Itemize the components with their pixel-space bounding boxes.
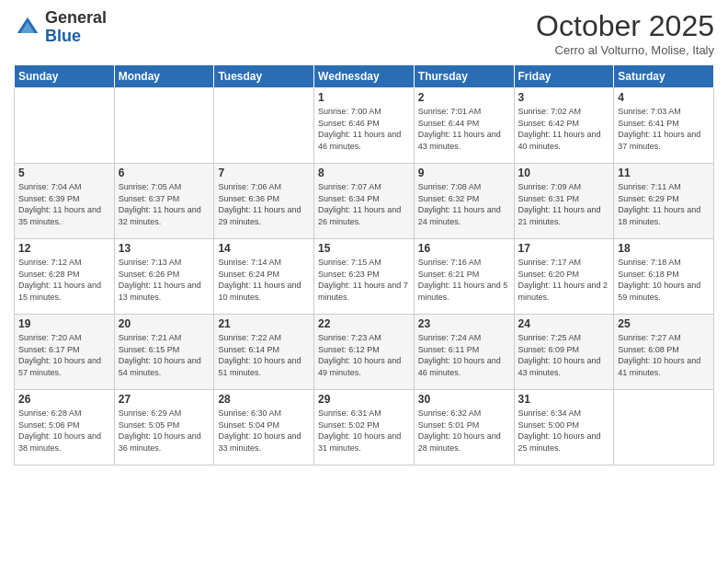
day-info: Sunrise: 7:21 AM Sunset: 6:15 PM Dayligh… <box>119 332 210 378</box>
day-info: Sunrise: 7:23 AM Sunset: 6:12 PM Dayligh… <box>318 332 410 378</box>
calendar-table: Sunday Monday Tuesday Wednesday Thursday… <box>14 64 714 465</box>
day-info: Sunrise: 7:27 AM Sunset: 6:08 PM Dayligh… <box>618 332 710 378</box>
day-number: 16 <box>418 242 510 255</box>
day-info: Sunrise: 7:25 AM Sunset: 6:09 PM Dayligh… <box>518 332 610 378</box>
col-saturday: Saturday <box>614 65 714 88</box>
table-row: 10Sunrise: 7:09 AM Sunset: 6:31 PM Dayli… <box>514 164 614 239</box>
day-number: 31 <box>518 393 610 406</box>
day-info: Sunrise: 7:11 AM Sunset: 6:29 PM Dayligh… <box>618 181 710 227</box>
day-info: Sunrise: 7:16 AM Sunset: 6:21 PM Dayligh… <box>418 257 510 303</box>
day-info: Sunrise: 7:02 AM Sunset: 6:42 PM Dayligh… <box>518 106 610 152</box>
table-row: 27Sunrise: 6:29 AM Sunset: 5:05 PM Dayli… <box>114 390 214 465</box>
week-row-3: 12Sunrise: 7:12 AM Sunset: 6:28 PM Dayli… <box>15 239 714 315</box>
table-row: 31Sunrise: 6:34 AM Sunset: 5:00 PM Dayli… <box>514 390 614 465</box>
logo-icon <box>14 14 41 41</box>
day-info: Sunrise: 6:30 AM Sunset: 5:04 PM Dayligh… <box>218 408 310 454</box>
day-info: Sunrise: 7:17 AM Sunset: 6:20 PM Dayligh… <box>518 257 610 303</box>
table-row <box>114 88 214 164</box>
table-row: 21Sunrise: 7:22 AM Sunset: 6:14 PM Dayli… <box>214 315 314 390</box>
day-info: Sunrise: 7:07 AM Sunset: 6:34 PM Dayligh… <box>318 181 410 227</box>
table-row: 17Sunrise: 7:17 AM Sunset: 6:20 PM Dayli… <box>514 239 614 315</box>
day-number: 9 <box>418 167 510 179</box>
day-number: 20 <box>119 317 210 330</box>
day-number: 22 <box>318 317 410 330</box>
table-row: 20Sunrise: 7:21 AM Sunset: 6:15 PM Dayli… <box>114 315 214 390</box>
day-number: 12 <box>18 242 110 255</box>
day-info: Sunrise: 7:05 AM Sunset: 6:37 PM Dayligh… <box>119 181 210 227</box>
table-row: 2Sunrise: 7:01 AM Sunset: 6:44 PM Daylig… <box>414 88 514 164</box>
day-number: 23 <box>418 317 510 330</box>
table-row: 8Sunrise: 7:07 AM Sunset: 6:34 PM Daylig… <box>314 164 415 239</box>
day-info: Sunrise: 7:12 AM Sunset: 6:28 PM Dayligh… <box>18 257 110 303</box>
month-title: October 2025 <box>536 9 714 43</box>
logo: General Blue <box>14 9 107 46</box>
table-row: 30Sunrise: 6:32 AM Sunset: 5:01 PM Dayli… <box>414 390 514 465</box>
day-info: Sunrise: 6:34 AM Sunset: 5:00 PM Dayligh… <box>518 408 610 454</box>
table-row: 11Sunrise: 7:11 AM Sunset: 6:29 PM Dayli… <box>614 164 714 239</box>
table-row <box>15 88 115 164</box>
table-row: 14Sunrise: 7:14 AM Sunset: 6:24 PM Dayli… <box>214 239 314 315</box>
day-info: Sunrise: 6:29 AM Sunset: 5:05 PM Dayligh… <box>119 408 210 454</box>
day-number: 7 <box>218 167 310 179</box>
table-row: 12Sunrise: 7:12 AM Sunset: 6:28 PM Dayli… <box>15 239 115 315</box>
day-number: 26 <box>18 393 110 406</box>
table-row: 24Sunrise: 7:25 AM Sunset: 6:09 PM Dayli… <box>514 315 614 390</box>
day-number: 4 <box>618 91 710 104</box>
day-number: 11 <box>618 167 710 179</box>
day-number: 1 <box>318 91 410 104</box>
day-number: 5 <box>18 167 110 179</box>
day-number: 10 <box>518 167 610 179</box>
day-number: 13 <box>119 242 210 255</box>
day-info: Sunrise: 7:01 AM Sunset: 6:44 PM Dayligh… <box>418 106 510 152</box>
table-row: 13Sunrise: 7:13 AM Sunset: 6:26 PM Dayli… <box>114 239 214 315</box>
day-info: Sunrise: 6:32 AM Sunset: 5:01 PM Dayligh… <box>418 408 510 454</box>
header: General Blue October 2025 Cerro al Voltu… <box>14 9 714 57</box>
week-row-1: 1Sunrise: 7:00 AM Sunset: 6:46 PM Daylig… <box>15 88 714 164</box>
day-number: 29 <box>318 393 410 406</box>
day-info: Sunrise: 7:14 AM Sunset: 6:24 PM Dayligh… <box>218 257 310 303</box>
day-number: 21 <box>218 317 310 330</box>
day-number: 17 <box>518 242 610 255</box>
col-thursday: Thursday <box>414 65 514 88</box>
title-block: October 2025 Cerro al Volturno, Molise, … <box>536 9 714 57</box>
day-info: Sunrise: 7:08 AM Sunset: 6:32 PM Dayligh… <box>418 181 510 227</box>
week-row-5: 26Sunrise: 6:28 AM Sunset: 5:06 PM Dayli… <box>15 390 714 465</box>
col-sunday: Sunday <box>15 65 115 88</box>
day-info: Sunrise: 7:20 AM Sunset: 6:17 PM Dayligh… <box>18 332 110 378</box>
day-number: 8 <box>318 167 410 179</box>
day-number: 30 <box>418 393 510 406</box>
day-number: 15 <box>318 242 410 255</box>
col-friday: Friday <box>514 65 614 88</box>
day-info: Sunrise: 6:31 AM Sunset: 5:02 PM Dayligh… <box>318 408 410 454</box>
table-row: 28Sunrise: 6:30 AM Sunset: 5:04 PM Dayli… <box>214 390 314 465</box>
table-row: 15Sunrise: 7:15 AM Sunset: 6:23 PM Dayli… <box>314 239 415 315</box>
day-info: Sunrise: 6:28 AM Sunset: 5:06 PM Dayligh… <box>18 408 110 454</box>
table-row: 19Sunrise: 7:20 AM Sunset: 6:17 PM Dayli… <box>15 315 115 390</box>
day-number: 18 <box>618 242 710 255</box>
table-row: 18Sunrise: 7:18 AM Sunset: 6:18 PM Dayli… <box>614 239 714 315</box>
day-info: Sunrise: 7:04 AM Sunset: 6:39 PM Dayligh… <box>18 181 110 227</box>
table-row: 16Sunrise: 7:16 AM Sunset: 6:21 PM Dayli… <box>414 239 514 315</box>
day-info: Sunrise: 7:15 AM Sunset: 6:23 PM Dayligh… <box>318 257 410 303</box>
day-number: 2 <box>418 91 510 104</box>
table-row: 6Sunrise: 7:05 AM Sunset: 6:37 PM Daylig… <box>114 164 214 239</box>
day-info: Sunrise: 7:18 AM Sunset: 6:18 PM Dayligh… <box>618 257 710 303</box>
day-info: Sunrise: 7:24 AM Sunset: 6:11 PM Dayligh… <box>418 332 510 378</box>
day-info: Sunrise: 7:09 AM Sunset: 6:31 PM Dayligh… <box>518 181 610 227</box>
day-number: 28 <box>218 393 310 406</box>
day-info: Sunrise: 7:03 AM Sunset: 6:41 PM Dayligh… <box>618 106 710 152</box>
col-tuesday: Tuesday <box>214 65 314 88</box>
main-container: General Blue October 2025 Cerro al Voltu… <box>0 0 728 475</box>
col-wednesday: Wednesday <box>314 65 415 88</box>
table-row: 1Sunrise: 7:00 AM Sunset: 6:46 PM Daylig… <box>314 88 415 164</box>
table-row: 22Sunrise: 7:23 AM Sunset: 6:12 PM Dayli… <box>314 315 415 390</box>
table-row: 9Sunrise: 7:08 AM Sunset: 6:32 PM Daylig… <box>414 164 514 239</box>
week-row-4: 19Sunrise: 7:20 AM Sunset: 6:17 PM Dayli… <box>15 315 714 390</box>
table-row: 26Sunrise: 6:28 AM Sunset: 5:06 PM Dayli… <box>15 390 115 465</box>
col-monday: Monday <box>114 65 214 88</box>
table-row: 29Sunrise: 6:31 AM Sunset: 5:02 PM Dayli… <box>314 390 415 465</box>
day-number: 25 <box>618 317 710 330</box>
table-row: 7Sunrise: 7:06 AM Sunset: 6:36 PM Daylig… <box>214 164 314 239</box>
location-subtitle: Cerro al Volturno, Molise, Italy <box>536 43 714 57</box>
table-row <box>214 88 314 164</box>
